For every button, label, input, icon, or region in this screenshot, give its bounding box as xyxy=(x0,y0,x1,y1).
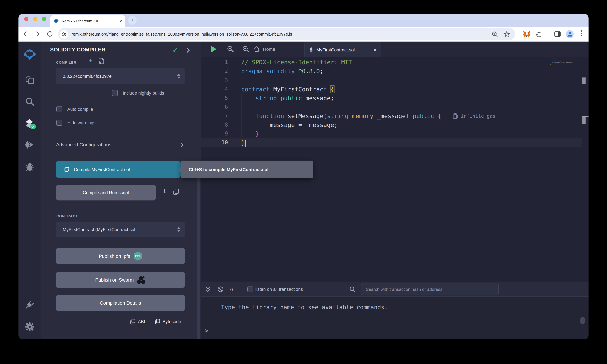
contract-select[interactable]: MyFirstContract (MyFirstContract.sol xyxy=(56,221,185,237)
minimap[interactable]: // SPDX-License-Identifier: MITpragma so… xyxy=(550,58,575,65)
hide-warnings-label[interactable]: Hide warnings xyxy=(67,120,95,125)
scrollbar-mark[interactable] xyxy=(582,78,586,84)
solidity-compiler-icon[interactable] xyxy=(23,117,36,130)
zoom-page-icon[interactable] xyxy=(491,31,498,38)
fullscreen-window-button[interactable] xyxy=(42,17,46,21)
include-nightly-label[interactable]: Include nightly builds xyxy=(123,91,164,96)
line-number: 1 xyxy=(201,58,228,67)
panel-chevron-right-icon[interactable] xyxy=(187,48,190,53)
settings-gear-icon[interactable] xyxy=(25,322,35,332)
reload-icon[interactable] xyxy=(46,30,53,38)
site-settings-icon[interactable] xyxy=(60,30,68,39)
file-explorer-icon[interactable] xyxy=(25,76,35,85)
line-number: 5 xyxy=(201,94,228,103)
browser-window: Remix - Ethereum IDE × + xyxy=(18,14,589,339)
include-nightly-checkbox[interactable] xyxy=(112,90,118,96)
listen-transactions-checkbox[interactable] xyxy=(247,286,253,292)
line-number: 8 xyxy=(201,120,228,129)
scrollbar-mark[interactable] xyxy=(582,117,586,124)
tooltip-text: Ctrl+S to compile MyFirstContract.sol xyxy=(189,167,268,172)
clear-console-icon[interactable] xyxy=(217,286,224,292)
copy-abi-icon[interactable] xyxy=(130,319,135,325)
code-line[interactable]: 2pragma solidity ^0.8.0; xyxy=(201,67,589,76)
compiler-version-select[interactable]: 0.8.22+commit.4fc1097e xyxy=(56,68,185,84)
side-panel-icon[interactable] xyxy=(554,30,561,38)
panel-scrollbar-thumb[interactable] xyxy=(197,161,200,339)
bookmark-star-icon[interactable] xyxy=(503,31,510,38)
copy-bytecode-icon[interactable] xyxy=(155,319,160,325)
listen-transactions-label[interactable]: listen on all transactions xyxy=(255,282,303,297)
deploy-and-run-icon[interactable] xyxy=(24,140,35,150)
advanced-chevron-icon[interactable] xyxy=(180,143,184,147)
zoom-out-icon[interactable] xyxy=(227,46,234,53)
window-controls[interactable] xyxy=(24,17,46,21)
close-window-button[interactable] xyxy=(24,17,28,21)
editor-tabbar: Home MyFirstContract.sol × xyxy=(201,41,589,57)
code-line[interactable]: 6 xyxy=(201,103,589,111)
remix-favicon-icon xyxy=(53,18,59,24)
advanced-configurations-label[interactable]: Advanced Configurations xyxy=(56,142,111,147)
code-line[interactable]: 1// SPDX-License-Identifier: MIT xyxy=(201,58,589,67)
tab-close-icon[interactable]: × xyxy=(119,18,122,24)
run-script-play-icon[interactable] xyxy=(211,46,216,52)
refresh-icon xyxy=(63,166,70,173)
profile-avatar[interactable] xyxy=(566,30,574,38)
code-line[interactable]: 3 xyxy=(201,76,589,85)
new-tab-button[interactable]: + xyxy=(128,16,137,25)
compile-and-run-button[interactable]: Compile and Run script xyxy=(56,185,156,200)
browser-menu-icon[interactable] xyxy=(580,30,583,36)
debugger-icon[interactable] xyxy=(25,162,35,172)
code-line[interactable]: 9 } xyxy=(201,129,589,138)
code-line[interactable]: 4contract MyFirstContract { xyxy=(201,85,589,93)
line-number: 6 xyxy=(201,103,228,111)
publish-ipfs-button[interactable]: Publish on Ipfs IPFS xyxy=(56,248,185,264)
terminal-search-input[interactable] xyxy=(361,284,499,295)
abi-label[interactable]: ABI xyxy=(138,319,145,324)
code-line[interactable]: 10} xyxy=(201,138,589,147)
gas-annotation-label: infinite gas xyxy=(461,113,496,118)
url-bar[interactable]: remix.ethereum.org/#lang=en&optimize=fal… xyxy=(58,28,515,40)
tab-home[interactable]: Home xyxy=(253,41,275,57)
extensions-icon[interactable] xyxy=(535,30,543,38)
copy-script-icon[interactable] xyxy=(173,189,179,195)
code-line[interactable]: 5 string public message; xyxy=(201,94,589,103)
remix-logo-icon xyxy=(24,49,36,61)
tab-file-active[interactable]: MyFirstContract.sol × xyxy=(304,42,381,57)
code-line[interactable]: 8 message = _message; xyxy=(201,120,589,129)
tooltip-arrow xyxy=(178,167,181,172)
plugin-manager-icon[interactable] xyxy=(25,300,35,310)
close-file-tab-icon[interactable]: × xyxy=(374,47,377,53)
solidity-compiler-panel: SOLIDITY COMPILER ✓ COMPILER + 0.8.22+co… xyxy=(40,41,196,339)
compile-button[interactable]: Compile MyFirstContract.sol xyxy=(56,161,181,178)
info-icon[interactable]: i xyxy=(162,188,167,194)
license-icon[interactable] xyxy=(99,58,104,64)
gas-annotation: infinite gas xyxy=(453,111,496,120)
terminal-scrollbar-thumb[interactable] xyxy=(580,317,585,324)
url-text[interactable]: remix.ethereum.org/#lang=en&optimize=fal… xyxy=(72,32,491,37)
hide-warnings-checkbox[interactable] xyxy=(56,120,62,125)
browser-toolbar: remix.ethereum.org/#lang=en&optimize=fal… xyxy=(18,27,589,41)
auto-compile-label[interactable]: Auto compile xyxy=(67,107,93,112)
panel-scrollbar[interactable] xyxy=(196,41,201,339)
bytecode-label[interactable]: Bytecode xyxy=(162,319,181,324)
add-compiler-icon[interactable]: + xyxy=(89,57,92,65)
search-icon[interactable] xyxy=(25,97,35,107)
terminal-output[interactable]: Type the library name to see available c… xyxy=(201,297,589,339)
zoom-in-icon[interactable] xyxy=(242,46,249,53)
auto-compile-checkbox[interactable] xyxy=(56,106,62,112)
compilation-details-label: Compilation Details xyxy=(100,300,141,305)
code-lines[interactable]: 1// SPDX-License-Identifier: MIT2pragma … xyxy=(201,57,589,147)
metamask-extension-icon[interactable] xyxy=(523,30,531,38)
forward-icon[interactable] xyxy=(34,30,41,38)
code-line[interactable]: } xyxy=(550,64,575,65)
compilation-details-button[interactable]: Compilation Details xyxy=(56,295,185,311)
code-line[interactable]: 7 function setMessage(string memory _mes… xyxy=(201,111,589,120)
toolbar-separator xyxy=(548,31,548,38)
back-icon[interactable] xyxy=(22,30,29,38)
browser-tab[interactable]: Remix - Ethereum IDE × xyxy=(50,15,125,27)
home-tab-label: Home xyxy=(263,47,275,52)
collapse-terminal-icon[interactable] xyxy=(205,286,211,292)
minimize-window-button[interactable] xyxy=(33,17,37,21)
publish-swarm-button[interactable]: Publish on Swarm xyxy=(56,272,185,288)
activity-bar xyxy=(18,41,40,339)
